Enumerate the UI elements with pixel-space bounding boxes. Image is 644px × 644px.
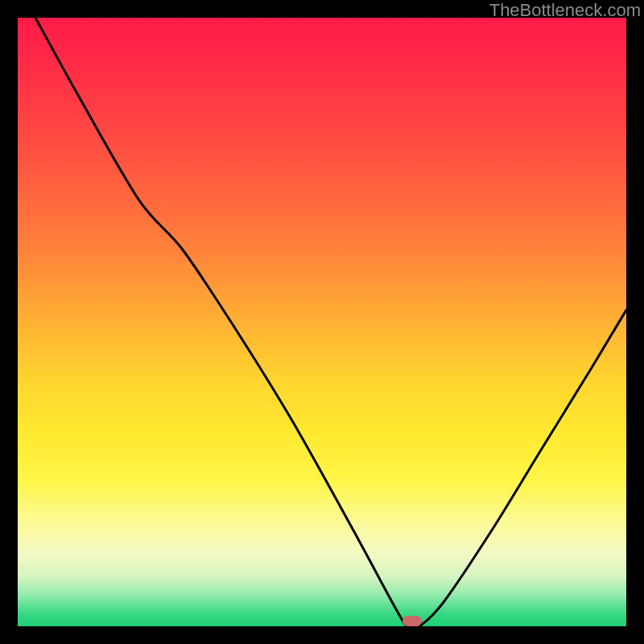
optimal-point-marker <box>402 616 422 626</box>
watermark-text: TheBottleneck.com <box>489 0 641 21</box>
chart-frame: TheBottleneck.com <box>0 0 644 644</box>
plot-area <box>18 18 626 626</box>
bottleneck-curve <box>18 18 626 626</box>
